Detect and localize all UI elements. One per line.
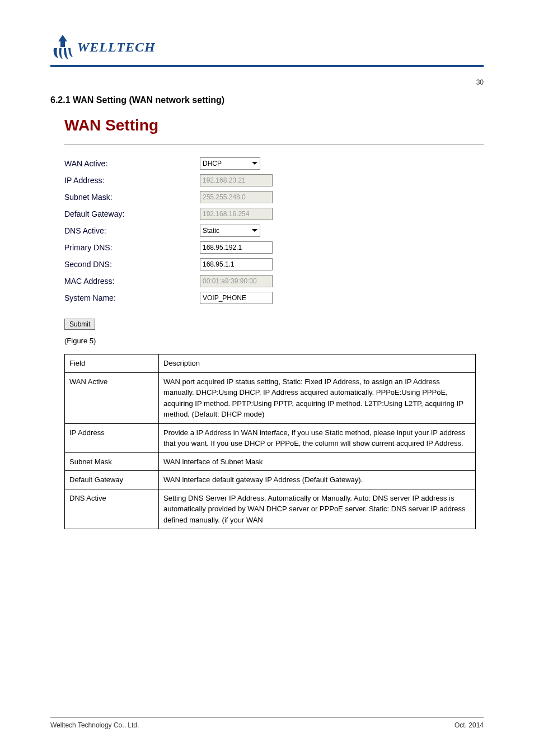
td-field: DNS Active (65, 489, 159, 529)
td-description: Setting DNS Server IP Address, Automatic… (159, 489, 476, 529)
table-row: IP Address Provide a IP Address in WAN i… (65, 423, 476, 452)
section-heading: 6.2.1 WAN Setting (WAN network setting) (50, 95, 484, 105)
logo: WELLTECH (50, 34, 484, 60)
table-row: Subnet Mask WAN interface of Subnet Mask (65, 452, 476, 471)
th-description: Description (159, 354, 476, 373)
row-default-gateway: Default Gateway: (64, 207, 484, 221)
input-primary-dns[interactable] (200, 241, 273, 254)
wan-panel-header: WAN Setting (64, 116, 484, 145)
submit-button[interactable]: Submit (64, 319, 95, 330)
footer-right: Oct. 2014 (455, 721, 484, 729)
select-dns-active[interactable]: Static (200, 225, 260, 237)
label-default-gateway: Default Gateway: (64, 209, 200, 218)
input-mac-address (200, 275, 273, 287)
td-field: Default Gateway (65, 471, 159, 489)
table-row: DNS Active Setting DNS Server IP Address… (65, 489, 476, 529)
td-description: WAN interface of Subnet Mask (159, 452, 476, 471)
label-ip-address: IP Address: (64, 176, 200, 185)
wan-form: WAN Active: DHCP IP Address: Subnet Mask… (64, 156, 484, 305)
input-ip-address (200, 174, 273, 186)
header-bar: WELLTECH (50, 0, 484, 67)
figure-caption: (Figure 5) (64, 337, 484, 345)
footer: Welltech Technology Co., Ltd. Oct. 2014 (50, 717, 484, 729)
row-system-name: System Name: (64, 291, 484, 305)
label-second-dns: Second DNS: (64, 260, 200, 269)
select-wan-active[interactable]: DHCP (200, 157, 260, 170)
row-mac-address: MAC Address: (64, 274, 484, 288)
row-subnet-mask: Subnet Mask: (64, 190, 484, 204)
logo-icon (50, 34, 75, 60)
input-subnet-mask (200, 191, 273, 203)
label-primary-dns: Primary DNS: (64, 243, 200, 252)
td-description: WAN port acquired IP status setting, Sta… (159, 372, 476, 423)
row-second-dns: Second DNS: (64, 257, 484, 272)
table-row: Default Gateway WAN interface default ga… (65, 471, 476, 489)
description-table: Field Description WAN Active WAN port ac… (64, 354, 476, 529)
input-system-name[interactable] (200, 292, 273, 304)
td-field: WAN Active (65, 372, 159, 423)
row-wan-active: WAN Active: DHCP (64, 156, 484, 171)
row-dns-active: DNS Active: Static (64, 223, 484, 238)
label-wan-active: WAN Active: (64, 159, 200, 168)
page-number-top: 30 (476, 78, 484, 86)
input-second-dns[interactable] (200, 258, 273, 270)
footer-left: Welltech Technology Co., Ltd. (50, 721, 139, 729)
td-description: Provide a IP Address in WAN interface, i… (159, 423, 476, 452)
table-row: WAN Active WAN port acquired IP status s… (65, 372, 476, 423)
panel-title: WAN Setting (64, 116, 484, 134)
label-system-name: System Name: (64, 293, 200, 302)
label-subnet-mask: Subnet Mask: (64, 193, 200, 202)
row-primary-dns: Primary DNS: (64, 240, 484, 255)
row-ip-address: IP Address: (64, 173, 484, 188)
logo-text: WELLTECH (77, 40, 156, 55)
submit-row: Submit (64, 319, 484, 330)
td-field: IP Address (65, 423, 159, 452)
label-dns-active: DNS Active: (64, 226, 200, 235)
th-field: Field (65, 354, 159, 373)
label-mac-address: MAC Address: (64, 277, 200, 286)
td-description: WAN interface default gateway IP Address… (159, 471, 476, 489)
td-field: Subnet Mask (65, 452, 159, 471)
table-header-row: Field Description (65, 354, 476, 373)
input-default-gateway (200, 208, 273, 220)
